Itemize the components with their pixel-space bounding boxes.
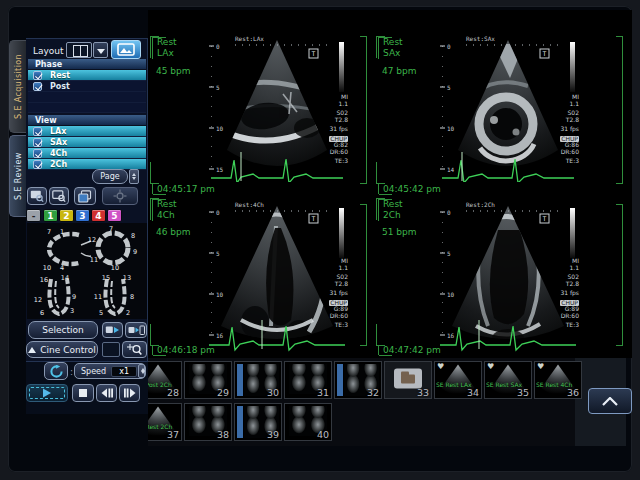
checkbox-4ch[interactable] bbox=[33, 149, 42, 158]
svg-text:7: 7 bbox=[47, 228, 51, 236]
phase-item-post[interactable]: Post bbox=[28, 81, 146, 92]
view-item-2ch[interactable]: 2Ch bbox=[28, 159, 146, 170]
svg-text:16: 16 bbox=[216, 332, 224, 339]
pan-zoom-button[interactable] bbox=[122, 341, 147, 358]
thumbnail-39[interactable]: 39 bbox=[234, 403, 282, 441]
view-item-lax[interactable]: LAx bbox=[28, 126, 146, 137]
checkbox-2ch[interactable] bbox=[33, 160, 42, 169]
heart-rate: 47 bpm bbox=[382, 66, 417, 76]
cine-control-label: Cine Control bbox=[40, 345, 95, 355]
frame-line bbox=[622, 204, 623, 346]
frame-line bbox=[366, 204, 367, 346]
quadrant-rest-sax[interactable]: RestSAx 47 bpm 04:45:42 pm bbox=[374, 24, 626, 196]
thumbnail-number: 38 bbox=[217, 429, 229, 440]
phase-item-rest[interactable]: Rest bbox=[28, 70, 146, 81]
cine-control-button[interactable]: Cine Control bbox=[26, 341, 98, 358]
thumbnail-scroll-up-button[interactable] bbox=[588, 388, 632, 414]
speed-label: Speed bbox=[81, 367, 106, 376]
speed-value[interactable]: x1 bbox=[111, 366, 137, 377]
thumbnail-29[interactable]: 29 bbox=[184, 361, 232, 399]
svg-text:5: 5 bbox=[447, 250, 451, 257]
phase-empty-row bbox=[28, 103, 146, 113]
thumbnail-37[interactable]: SE Rest 2Ch37 bbox=[148, 403, 182, 441]
thumbnail-number: 31 bbox=[317, 387, 329, 398]
play-button[interactable] bbox=[26, 384, 68, 402]
checkbox-lax[interactable] bbox=[33, 127, 42, 136]
layout-dropdown-button[interactable] bbox=[93, 42, 108, 58]
svg-text:0: 0 bbox=[216, 209, 220, 216]
score-button-2[interactable]: 2 bbox=[59, 209, 74, 222]
frame-bracket bbox=[376, 324, 385, 346]
previous-frame-button[interactable] bbox=[96, 384, 117, 402]
capture-image-button[interactable] bbox=[111, 40, 141, 59]
view-item-sax[interactable]: SAx bbox=[28, 137, 146, 148]
svg-text:3: 3 bbox=[70, 307, 74, 315]
zoom-image-button[interactable] bbox=[27, 187, 47, 205]
quadrant-rest-lax[interactable]: RestLAx 45 bpm 04:45:17 pm bbox=[148, 24, 370, 196]
send-image-button[interactable] bbox=[102, 322, 123, 338]
thumbnail-40[interactable]: 40 bbox=[284, 403, 332, 441]
svg-text:12: 12 bbox=[88, 236, 96, 244]
score-button-1[interactable]: 1 bbox=[43, 209, 58, 222]
speed-spinner[interactable] bbox=[138, 364, 145, 378]
svg-text:2: 2 bbox=[126, 309, 130, 317]
score-button-3[interactable]: 3 bbox=[75, 209, 90, 222]
tab-se-review[interactable]: S.E Review bbox=[9, 135, 26, 217]
target-button[interactable] bbox=[102, 187, 138, 205]
score-button-5[interactable]: 5 bbox=[107, 209, 122, 222]
score-button-4[interactable]: 4 bbox=[91, 209, 106, 222]
page-spinner[interactable] bbox=[129, 169, 139, 184]
svg-text:14: 14 bbox=[447, 166, 455, 173]
svg-text:11: 11 bbox=[94, 293, 102, 301]
phase-empty-row bbox=[28, 92, 146, 103]
tab-se-acquisition[interactable]: S.E Acquisition bbox=[9, 40, 26, 133]
tech-readout: MI1.1 S02T2.8 31 fps CHUP G:86DR:60 TE:3 bbox=[537, 94, 579, 165]
speed-control: Speed x1 bbox=[74, 363, 146, 379]
layout-grid-icon[interactable] bbox=[66, 42, 92, 58]
folder-icon bbox=[394, 368, 422, 388]
layers-button[interactable] bbox=[74, 187, 96, 205]
next-frame-button[interactable] bbox=[119, 384, 140, 402]
thumbnail-31[interactable]: 31 bbox=[284, 361, 332, 399]
chevron-up-icon bbox=[602, 397, 618, 406]
thumbnail-number: 37 bbox=[167, 429, 179, 440]
send-to-clipboard-button[interactable] bbox=[125, 322, 147, 338]
control-panel: Layout Phase Rest Post View LAx bbox=[26, 38, 148, 362]
thumbnail-32[interactable]: 32 bbox=[334, 361, 382, 399]
selection-button[interactable]: Selection bbox=[28, 321, 98, 339]
checkbox-sax[interactable] bbox=[33, 138, 42, 147]
thumbnail-33[interactable]: 33 bbox=[384, 361, 432, 399]
thumbnail-38[interactable]: 38 bbox=[184, 403, 232, 441]
zoom-image-outline-button[interactable] bbox=[49, 187, 69, 205]
orientation-marker: T bbox=[312, 50, 316, 58]
page-button[interactable]: Page bbox=[92, 169, 128, 184]
quadrant-label: RestLAx bbox=[152, 37, 177, 59]
thumbnail-35[interactable]: SE Rest SAx35 bbox=[484, 361, 532, 399]
view-2ch-label: 2Ch bbox=[50, 160, 67, 169]
stop-button[interactable] bbox=[72, 384, 94, 402]
quadrant-rest-2ch[interactable]: Rest2Ch 51 bpm 04:47:42 pm bbox=[374, 196, 626, 358]
loop-mode-button[interactable] bbox=[44, 362, 68, 380]
image-title: Rest:4Ch bbox=[235, 201, 264, 208]
thumbnail-36[interactable]: SE Rest 4Ch36 bbox=[534, 361, 582, 399]
svg-text:5: 5 bbox=[216, 84, 220, 91]
checkbox-post[interactable] bbox=[33, 82, 42, 91]
thumbnail-28[interactable]: SE Post 2Ch28 bbox=[148, 361, 182, 399]
svg-text:6: 6 bbox=[40, 309, 44, 317]
quadrant-rest-4ch[interactable]: Rest4Ch 46 bpm 04:46:18 pm bbox=[148, 196, 370, 358]
application-window: S.E Acquisition S.E Review Layout Phase … bbox=[0, 0, 640, 480]
score-button-none[interactable]: - bbox=[26, 209, 41, 222]
thumbnail-number: 35 bbox=[517, 387, 529, 398]
quadrant-label: Rest2Ch bbox=[378, 199, 403, 221]
svg-text:11: 11 bbox=[90, 256, 98, 264]
thumbnail-strip: SE Post 2Ch282930313233SE Rest LAx34SE R… bbox=[148, 358, 626, 446]
thumbnail-34[interactable]: SE Rest LAx34 bbox=[434, 361, 482, 399]
image-title: Rest:2Ch bbox=[466, 201, 495, 208]
tech-readout: MI1.1 S02T2.8 31 fps CHUP G:89DR:60 TE:3 bbox=[306, 258, 348, 329]
heart-rate: 46 bpm bbox=[156, 227, 191, 237]
thumbnail-30[interactable]: 30 bbox=[234, 361, 282, 399]
view-item-4ch[interactable]: 4Ch bbox=[28, 148, 146, 159]
timestamp: 04:45:17 pm bbox=[152, 184, 215, 194]
magnifier-plus-icon bbox=[127, 343, 142, 356]
checkbox-rest[interactable] bbox=[33, 71, 42, 80]
